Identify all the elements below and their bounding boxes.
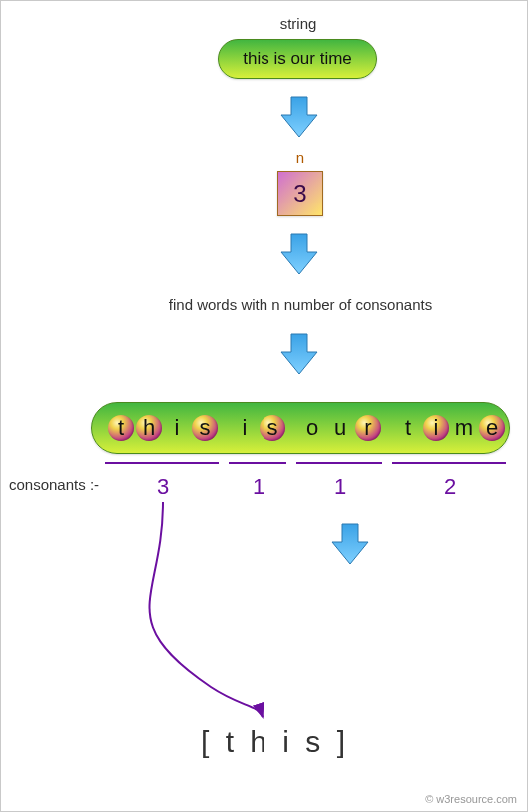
diagram-canvas: string this is our time n 3 find words w… [0,0,528,812]
watermark: © w3resource.com [425,793,517,805]
curved-arrow [1,1,528,812]
result-text: [ t h i s ] [201,725,349,759]
